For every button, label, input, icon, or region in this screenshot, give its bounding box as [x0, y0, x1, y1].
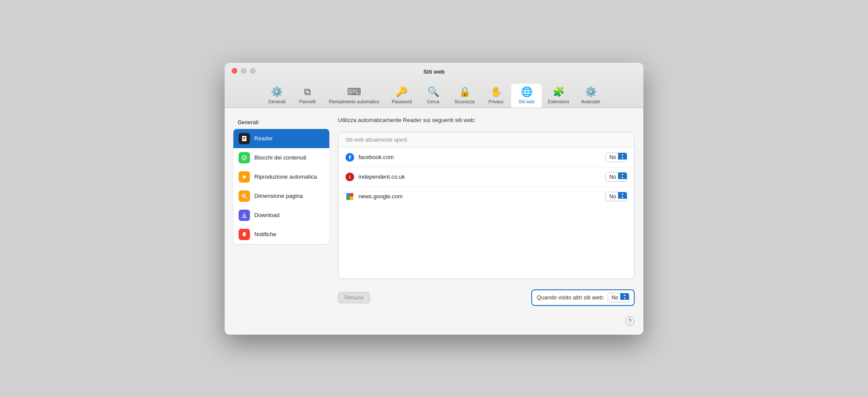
googlenews-select-arrows: ▲ ▼ [618, 192, 627, 199]
sidebar-blocchi-label: Blocchi dei contenuti [254, 154, 306, 161]
gear-icon: ⚙️ [271, 86, 283, 98]
svg-rect-2 [243, 138, 246, 139]
tab-password[interactable]: 🔑 Password [386, 84, 418, 108]
tab-avanzate-label: Avanzate [581, 99, 601, 104]
svg-rect-3 [243, 139, 245, 139]
tab-pannelli[interactable]: ⧉ Pannelli [292, 84, 323, 108]
sidebar-dimensione-label: Dimensione pagina [254, 193, 303, 199]
sidebar-item-blocchi[interactable]: Blocchi dei contenuti [233, 148, 329, 167]
tab-privacy-label: Privacy [489, 99, 503, 104]
sidebar-item-reader[interactable]: Reader [233, 129, 329, 148]
sidebar-list: Reader Blocchi dei contenuti Riproduzion… [233, 129, 329, 244]
search-icon: 🔍 [427, 86, 439, 98]
advanced-gear-icon: ⚙️ [585, 86, 597, 98]
globe-icon: 🌐 [521, 86, 533, 98]
tab-cerca-label: Cerca [427, 99, 439, 104]
tab-avanzate[interactable]: ⚙️ Avanzate [575, 84, 607, 108]
sidebar-section-title: Generali [233, 117, 329, 129]
facebook-select-arrows: ▲ ▼ [618, 153, 627, 159]
blocchi-icon [239, 152, 250, 163]
facebook-select[interactable]: No Sì [606, 153, 618, 162]
reader-icon [239, 133, 250, 144]
sidebar-notifiche-label: Notifiche [254, 231, 277, 238]
tab-sicurezza[interactable]: 🔒 Sicurezza [448, 84, 481, 108]
main-description: Utilizza automaticamente Reader sui segu… [338, 117, 635, 123]
help-button[interactable]: ? [625, 316, 635, 326]
site-row: i independent.co.uk No Sì ▲ ▼ [338, 167, 634, 187]
independent-select[interactable]: No Sì [606, 173, 618, 181]
sidebar-download-label: Download [254, 212, 280, 218]
tab-riempimento-label: Riempimento automatico [329, 99, 379, 104]
settings-window: Siti web ⚙️ Generali ⧉ Pannelli ⌨ Riempi… [225, 63, 643, 335]
puzzle-icon: 🧩 [553, 86, 564, 98]
sites-box: Siti web attualmente aperti facebook.com… [338, 132, 635, 279]
googlenews-site-name: news.google.com [359, 193, 601, 200]
download-icon [239, 210, 250, 221]
rimuovi-button[interactable]: Rimuovi [338, 292, 370, 303]
hand-icon: ✋ [490, 86, 502, 98]
content-area: Generali Reader Blocchi dei contenuti [225, 108, 643, 335]
dimensione-icon [239, 190, 250, 202]
sidebar-item-notifiche[interactable]: Notifiche [233, 225, 329, 244]
tab-estensioni-label: Estensioni [548, 99, 569, 104]
riproduzione-icon [239, 171, 250, 183]
tab-privacy[interactable]: ✋ Privacy [481, 84, 511, 108]
svg-rect-1 [243, 137, 246, 138]
tab-pannelli-label: Pannelli [299, 99, 315, 104]
titlebar: Siti web ⚙️ Generali ⧉ Pannelli ⌨ Riempi… [225, 63, 643, 108]
quando-wrapper: Quando visito altri siti web: No Sì ▲ ▼ [531, 289, 635, 306]
sites-box-header: Siti web attualmente aperti [338, 132, 634, 148]
tab-generali[interactable]: ⚙️ Generali [262, 84, 292, 108]
window-title: Siti web [232, 68, 636, 75]
svg-rect-16 [350, 193, 353, 197]
svg-line-7 [245, 197, 247, 199]
googlenews-select-wrapper[interactable]: No Sì ▲ ▼ [605, 192, 627, 201]
sidebar-item-riproduzione[interactable]: Riproduzione automatica [233, 167, 329, 187]
quando-select-arrows: ▲ ▼ [620, 293, 629, 300]
tab-cerca[interactable]: 🔍 Cerca [418, 84, 448, 108]
independent-select-arrows: ▲ ▼ [618, 173, 627, 179]
toolbar: ⚙️ Generali ⧉ Pannelli ⌨ Riempimento aut… [232, 80, 636, 108]
facebook-favicon [345, 153, 354, 162]
autofill-icon: ⌨ [347, 86, 361, 98]
svg-marker-5 [243, 175, 246, 179]
independent-site-name: independent.co.uk [359, 173, 601, 180]
sidebar-item-download[interactable]: Download [233, 206, 329, 225]
svg-rect-17 [346, 197, 350, 200]
site-row: news.google.com No Sì ▲ ▼ [338, 187, 634, 206]
tab-password-label: Password [392, 99, 412, 104]
sidebar: Generali Reader Blocchi dei contenuti [233, 117, 329, 326]
googlenews-select[interactable]: No Sì [606, 192, 618, 201]
svg-rect-18 [350, 197, 353, 200]
panels-icon: ⧉ [304, 86, 311, 98]
main-panel: Utilizza automaticamente Reader sui segu… [338, 117, 635, 326]
svg-text:i: i [349, 175, 351, 180]
quando-select-wrap[interactable]: No Sì ▲ ▼ [608, 293, 629, 302]
tab-riempimento[interactable]: ⌨ Riempimento automatico [323, 84, 386, 108]
facebook-select-wrapper[interactable]: No Sì ▲ ▼ [605, 153, 627, 162]
sidebar-item-dimensione[interactable]: Dimensione pagina [233, 187, 329, 206]
quando-select[interactable]: No Sì [608, 293, 620, 302]
svg-rect-15 [346, 193, 350, 197]
tab-sitiweb[interactable]: 🌐 Siti web [511, 84, 542, 108]
tab-sitiweb-label: Siti web [519, 99, 535, 104]
quando-label: Quando visito altri siti web: [537, 294, 604, 301]
googlenews-favicon [345, 192, 354, 201]
sidebar-riproduzione-label: Riproduzione automatica [254, 173, 317, 180]
notifiche-icon [239, 229, 250, 240]
bottom-bar: Rimuovi Quando visito altri siti web: No… [338, 289, 635, 306]
facebook-site-name: facebook.com [359, 154, 601, 160]
tab-estensioni[interactable]: 🧩 Estensioni [542, 84, 575, 108]
site-row: facebook.com No Sì ▲ ▼ [338, 148, 634, 167]
tab-generali-label: Generali [268, 99, 286, 104]
key-icon: 🔑 [396, 86, 407, 98]
tab-sicurezza-label: Sicurezza [455, 99, 475, 104]
sidebar-reader-label: Reader [254, 135, 273, 142]
lock-icon: 🔒 [459, 86, 471, 98]
independent-favicon: i [345, 173, 354, 181]
independent-select-wrapper[interactable]: No Sì ▲ ▼ [605, 172, 627, 182]
